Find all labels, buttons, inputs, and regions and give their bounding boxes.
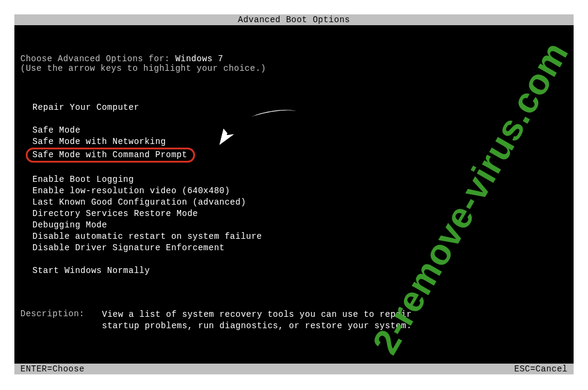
highlighted-menu-item[interactable]: Safe Mode with Command Prompt: [26, 148, 195, 163]
instruction-block: Choose Advanced Options for: Windows 7 (…: [14, 54, 574, 73]
menu-item-directory-services-restore[interactable]: Directory Services Restore Mode: [32, 208, 574, 220]
instruction-hint: (Use the arrow keys to highlight your ch…: [20, 64, 574, 73]
menu-group-normal: Start Windows Normally: [32, 265, 574, 277]
menu-item-low-res-video[interactable]: Enable low-resolution video (640x480): [32, 185, 574, 197]
annotation-arrow-icon: [212, 104, 314, 161]
description-text: View a list of system recovery tools you…: [102, 309, 438, 332]
footer-esc-hint: ESC=Cancel: [514, 364, 568, 374]
footer-bar: ENTER=Choose ESC=Cancel: [14, 364, 574, 374]
menu-item-boot-logging[interactable]: Enable Boot Logging: [32, 174, 574, 185]
content-area: Choose Advanced Options for: Windows 7 (…: [14, 54, 574, 332]
menu-item-last-known-good[interactable]: Last Known Good Configuration (advanced): [32, 197, 574, 208]
instruction-prefix: Choose Advanced Options for:: [20, 54, 175, 64]
description-block: Description: View a list of system recov…: [14, 309, 574, 332]
menu-item-disable-driver-sig[interactable]: Disable Driver Signature Enforcement: [32, 242, 574, 254]
menu-item-disable-auto-restart[interactable]: Disable automatic restart on system fail…: [32, 231, 574, 242]
description-label: Description:: [20, 309, 102, 332]
menu-item-start-normally[interactable]: Start Windows Normally: [32, 265, 574, 277]
instruction-line-1: Choose Advanced Options for: Windows 7: [20, 54, 574, 64]
os-name: Windows 7: [175, 54, 223, 64]
menu-item-debugging-mode[interactable]: Debugging Mode: [32, 220, 574, 231]
boot-options-screen: Advanced Boot Options Choose Advanced Op…: [14, 14, 574, 374]
footer-enter-hint: ENTER=Choose: [20, 364, 85, 374]
menu-group-advanced: Enable Boot Logging Enable low-resolutio…: [32, 174, 574, 254]
page-title: Advanced Boot Options: [14, 14, 574, 25]
